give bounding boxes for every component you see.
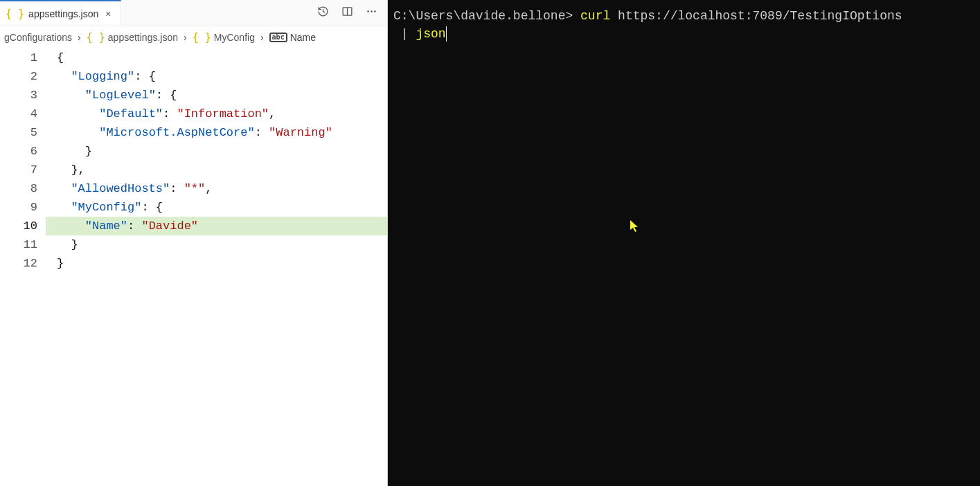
- line-number: 6: [0, 142, 37, 161]
- line-number: 5: [0, 123, 37, 142]
- json-object-icon: { }: [193, 31, 211, 44]
- line-number: 8: [0, 179, 37, 198]
- breadcrumb[interactable]: gConfigurations › { } appsettings.json ›…: [0, 26, 387, 48]
- code-line[interactable]: "Microsoft.AspNetCore": "Warning": [46, 123, 387, 142]
- chevron-right-icon: ›: [75, 32, 84, 43]
- breadcrumb-file-label: appsettings.json: [108, 32, 178, 43]
- code-line[interactable]: "Default": "Information",: [46, 105, 387, 123]
- chevron-right-icon: ›: [258, 32, 267, 43]
- line-number: 12: [0, 254, 37, 273]
- code-line[interactable]: "AllowedHosts": "*",: [46, 179, 387, 198]
- line-number: 2: [0, 67, 37, 86]
- breadcrumb-item-myconfig[interactable]: { } MyConfig: [193, 31, 255, 44]
- breadcrumb-myconfig-label: MyConfig: [214, 32, 255, 43]
- line-number: 4: [0, 105, 37, 123]
- terminal-line-1: C:\Users\davide.bellone> curl https://lo…: [393, 7, 974, 25]
- code-line[interactable]: "LogLevel": {: [46, 86, 387, 105]
- json-file-icon: { }: [6, 8, 24, 20]
- terminal-prompt-path: C:\Users\davide.bellone: [393, 9, 565, 23]
- json-file-icon: { }: [87, 31, 105, 44]
- close-icon[interactable]: ×: [103, 7, 114, 21]
- terminal-line-2: | json: [393, 25, 974, 43]
- more-actions-icon[interactable]: [366, 6, 377, 20]
- line-number: 9: [0, 198, 37, 217]
- svg-marker-5: [630, 220, 638, 232]
- line-number: 10: [0, 217, 37, 235]
- terminal-prompt-sep: >: [565, 9, 580, 23]
- terminal-arg-url: https://localhost:7089/TestingIOptions: [610, 9, 902, 23]
- tab-bar: { } appsettings.json ×: [0, 0, 387, 26]
- line-number: 1: [0, 48, 37, 67]
- breadcrumb-item-name[interactable]: abc Name: [269, 32, 316, 43]
- history-icon[interactable]: [317, 6, 329, 20]
- code-line[interactable]: {: [46, 48, 387, 67]
- code-line[interactable]: },: [46, 161, 387, 179]
- line-number: 11: [0, 235, 37, 254]
- terminal-panel[interactable]: C:\Users\davide.bellone> curl https://lo…: [388, 0, 980, 486]
- terminal-pipe: |: [393, 27, 416, 41]
- code-line[interactable]: "Name": "Davide": [46, 217, 387, 235]
- line-number-gutter: 123456789101112: [0, 48, 46, 486]
- split-editor-icon[interactable]: [341, 6, 353, 20]
- chevron-right-icon: ›: [181, 32, 190, 43]
- terminal-command-json: json: [416, 27, 445, 41]
- tab-appsettings[interactable]: { } appsettings.json ×: [0, 0, 121, 26]
- mouse-cursor-icon: [630, 220, 639, 233]
- code-content[interactable]: { "Logging": { "LogLevel": { "Default": …: [46, 48, 387, 486]
- line-number: 7: [0, 161, 37, 179]
- line-number: 3: [0, 86, 37, 105]
- editor-panel: { } appsettings.json × gConfigurations ›…: [0, 0, 388, 486]
- svg-point-2: [367, 10, 369, 12]
- terminal-command-curl: curl: [580, 9, 610, 23]
- code-line[interactable]: "MyConfig": {: [46, 198, 387, 217]
- svg-point-3: [371, 10, 373, 12]
- tab-actions: [317, 6, 387, 20]
- breadcrumb-item-file[interactable]: { } appsettings.json: [87, 31, 178, 44]
- tab-title: appsettings.json: [28, 8, 98, 19]
- string-property-icon: abc: [269, 33, 287, 42]
- code-line[interactable]: }: [46, 142, 387, 161]
- breadcrumb-item-configurations[interactable]: gConfigurations: [4, 32, 72, 43]
- code-line[interactable]: }: [46, 254, 387, 273]
- breadcrumb-name-label: Name: [290, 32, 316, 43]
- code-editor[interactable]: 123456789101112 { "Logging": { "LogLevel…: [0, 48, 387, 486]
- code-line[interactable]: "Logging": {: [46, 67, 387, 86]
- svg-point-4: [374, 10, 376, 12]
- terminal-cursor: [446, 26, 447, 42]
- code-line[interactable]: }: [46, 235, 387, 254]
